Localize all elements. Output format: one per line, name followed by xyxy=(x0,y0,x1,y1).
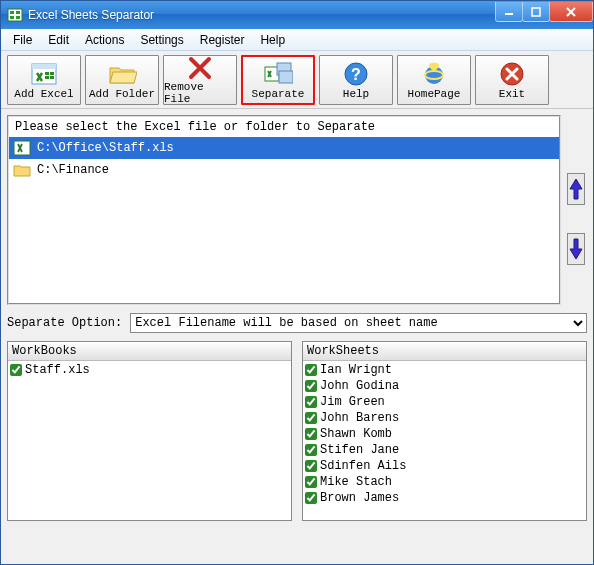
worksheet-name: Mike Stach xyxy=(320,475,392,489)
list-panels: WorkBooks Staff.xls WorkSheets Ian Wrign… xyxy=(7,341,587,558)
worksheet-item[interactable]: John Barens xyxy=(305,410,584,426)
worksheet-checkbox[interactable] xyxy=(305,396,317,408)
separate-option-select[interactable]: Excel Filename will be based on sheet na… xyxy=(130,313,587,333)
menubar: File Edit Actions Settings Register Help xyxy=(1,29,593,51)
svg-rect-5 xyxy=(505,13,513,15)
excel-file-icon xyxy=(13,140,31,156)
add-folder-label: Add Folder xyxy=(89,88,155,100)
svg-rect-9 xyxy=(45,72,49,75)
worksheet-name: Brown James xyxy=(320,491,399,505)
worksheet-checkbox[interactable] xyxy=(305,380,317,392)
worksheet-checkbox[interactable] xyxy=(305,476,317,488)
help-button[interactable]: ? Help xyxy=(319,55,393,105)
worksheets-panel: WorkSheets Ian WrigntJohn GodinaJim Gree… xyxy=(302,341,587,521)
folder-item[interactable]: C:\Finance xyxy=(9,159,559,181)
homepage-icon xyxy=(421,60,447,88)
worksheet-item[interactable]: Jim Green xyxy=(305,394,584,410)
folder-icon xyxy=(107,60,137,88)
worksheet-item[interactable]: Brown James xyxy=(305,490,584,506)
worksheet-item[interactable]: Mike Stach xyxy=(305,474,584,490)
app-window: Excel Sheets Separator File Edit Actions… xyxy=(0,0,594,565)
move-down-button[interactable] xyxy=(567,233,585,265)
worksheet-name: Shawn Komb xyxy=(320,427,392,441)
svg-text:?: ? xyxy=(351,66,361,83)
worksheets-header: WorkSheets xyxy=(303,342,586,361)
homepage-label: HomePage xyxy=(408,88,461,100)
worksheet-name: Stifen Jane xyxy=(320,443,399,457)
file-list-header: Please select the Excel file or folder t… xyxy=(9,117,559,137)
svg-rect-3 xyxy=(10,16,14,19)
menu-file[interactable]: File xyxy=(5,31,40,49)
close-button[interactable] xyxy=(549,2,593,22)
worksheet-checkbox[interactable] xyxy=(305,364,317,376)
move-up-button[interactable] xyxy=(567,173,585,205)
worksheet-checkbox[interactable] xyxy=(305,428,317,440)
file-list-panel: Please select the Excel file or folder t… xyxy=(7,115,561,305)
toolbar: Add Excel Add Folder Remove File Separat… xyxy=(1,51,593,109)
worksheet-item[interactable]: Stifen Jane xyxy=(305,442,584,458)
separate-label: Separate xyxy=(252,88,305,100)
titlebar: Excel Sheets Separator xyxy=(1,1,593,29)
separate-icon xyxy=(263,60,293,88)
workbook-item[interactable]: Staff.xls xyxy=(10,362,289,378)
svg-rect-6 xyxy=(532,8,540,16)
remove-file-button[interactable]: Remove File xyxy=(163,55,237,105)
menu-register[interactable]: Register xyxy=(192,31,253,49)
excel-icon xyxy=(30,60,58,88)
worksheet-item[interactable]: Sdinfen Ails xyxy=(305,458,584,474)
worksheet-checkbox[interactable] xyxy=(305,412,317,424)
svg-rect-0 xyxy=(8,9,22,21)
help-label: Help xyxy=(343,88,369,100)
window-controls xyxy=(496,2,593,22)
workbooks-body[interactable]: Staff.xls xyxy=(8,361,291,520)
svg-rect-12 xyxy=(50,76,54,79)
add-excel-button[interactable]: Add Excel xyxy=(7,55,81,105)
svg-rect-8 xyxy=(32,64,56,69)
exit-icon xyxy=(499,60,525,88)
remove-file-label: Remove File xyxy=(164,81,236,105)
svg-rect-10 xyxy=(50,72,54,75)
workbook-checkbox[interactable] xyxy=(10,364,22,376)
window-title: Excel Sheets Separator xyxy=(28,8,496,22)
menu-actions[interactable]: Actions xyxy=(77,31,132,49)
worksheet-checkbox[interactable] xyxy=(305,444,317,456)
worksheet-name: John Godina xyxy=(320,379,399,393)
svg-rect-15 xyxy=(279,71,293,83)
worksheets-body[interactable]: Ian WrigntJohn GodinaJim GreenJohn Baren… xyxy=(303,361,586,520)
worksheet-checkbox[interactable] xyxy=(305,460,317,472)
svg-rect-2 xyxy=(16,11,20,14)
separate-option-row: Separate Option: Excel Filename will be … xyxy=(7,311,587,335)
minimize-button[interactable] xyxy=(495,2,523,22)
content-area: Please select the Excel file or folder t… xyxy=(1,109,593,564)
folder-small-icon xyxy=(13,162,31,178)
worksheet-item[interactable]: John Godina xyxy=(305,378,584,394)
worksheet-name: Ian Wrignt xyxy=(320,363,392,377)
workbooks-header: WorkBooks xyxy=(8,342,291,361)
worksheet-name: Sdinfen Ails xyxy=(320,459,406,473)
exit-label: Exit xyxy=(499,88,525,100)
workbooks-panel: WorkBooks Staff.xls xyxy=(7,341,292,521)
exit-button[interactable]: Exit xyxy=(475,55,549,105)
workbook-name: Staff.xls xyxy=(25,363,90,377)
svg-rect-1 xyxy=(10,11,14,14)
menu-settings[interactable]: Settings xyxy=(132,31,191,49)
homepage-button[interactable]: HomePage xyxy=(397,55,471,105)
file-item[interactable]: C:\Office\Staff.xls xyxy=(9,137,559,159)
remove-icon xyxy=(187,55,213,81)
worksheet-name: Jim Green xyxy=(320,395,385,409)
svg-rect-11 xyxy=(45,76,49,79)
worksheet-name: John Barens xyxy=(320,411,399,425)
app-icon xyxy=(7,7,23,23)
menu-help[interactable]: Help xyxy=(252,31,293,49)
worksheet-item[interactable]: Ian Wrignt xyxy=(305,362,584,378)
add-folder-button[interactable]: Add Folder xyxy=(85,55,159,105)
worksheet-checkbox[interactable] xyxy=(305,492,317,504)
svg-rect-4 xyxy=(16,16,20,19)
svg-rect-21 xyxy=(14,141,30,155)
maximize-button[interactable] xyxy=(522,2,550,22)
menu-edit[interactable]: Edit xyxy=(40,31,77,49)
separate-button[interactable]: Separate xyxy=(241,55,315,105)
folder-path: C:\Finance xyxy=(37,163,109,177)
add-excel-label: Add Excel xyxy=(14,88,73,100)
worksheet-item[interactable]: Shawn Komb xyxy=(305,426,584,442)
